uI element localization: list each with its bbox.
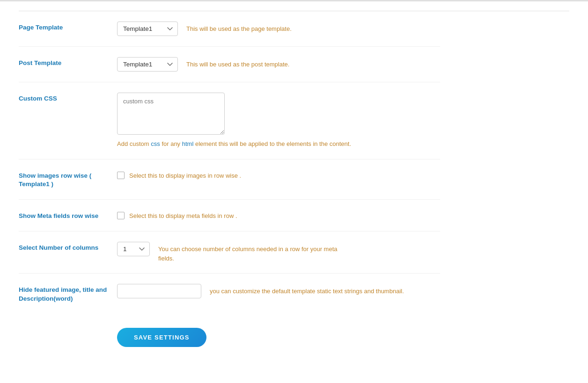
show-images-row: Show images row wise ( Template1 ) Selec…: [19, 159, 440, 200]
page-container: Page Template Template1 Template2 Templa…: [0, 0, 588, 383]
columns-hint: You can choose number of columns needed …: [158, 242, 355, 263]
save-settings-button[interactable]: SAVE SETTINGS: [117, 328, 206, 347]
show-images-checkbox-wrapper: Select this to display images in row wis…: [117, 170, 241, 181]
hide-featured-input[interactable]: [117, 284, 201, 298]
post-template-label: Post Template: [19, 57, 117, 68]
post-template-control: Template1 Template2 Template3 This will …: [117, 57, 440, 72]
settings-form: Page Template Template1 Template2 Templa…: [19, 11, 440, 314]
columns-row: Select Number of columns 1 2 3 4 You can…: [19, 231, 440, 274]
show-meta-checkbox-wrapper: Select this to display meta fields in ro…: [117, 210, 237, 221]
post-template-select[interactable]: Template1 Template2 Template3: [117, 57, 178, 72]
show-meta-checkbox-label: Select this to display meta fields in ro…: [129, 211, 237, 221]
custom-css-textarea[interactable]: [117, 93, 225, 135]
html-link: html: [182, 140, 194, 147]
columns-select[interactable]: 1 2 3 4: [117, 242, 150, 256]
show-meta-row: Show Meta fields row wise Select this to…: [19, 200, 440, 231]
show-meta-label: Show Meta fields row wise: [19, 210, 117, 221]
columns-control: 1 2 3 4 You can choose number of columns…: [117, 242, 440, 263]
custom-css-hint: Add custom css for any html element this…: [117, 139, 351, 149]
columns-label: Select Number of columns: [19, 242, 117, 253]
hide-featured-control: you can customize the default template s…: [117, 284, 440, 298]
show-meta-checkbox[interactable]: [117, 212, 125, 219]
save-button-row: SAVE SETTINGS: [19, 314, 569, 352]
show-images-label: Show images row wise ( Template1 ): [19, 170, 117, 189]
post-template-row: Post Template Template1 Template2 Templa…: [19, 47, 440, 82]
hide-featured-row: Hide featured image, title and Descripti…: [19, 274, 440, 314]
show-images-checkbox[interactable]: [117, 172, 125, 179]
hide-featured-hint: you can customize the default template s…: [210, 284, 404, 296]
post-template-hint: This will be used as the post template.: [186, 57, 289, 69]
page-template-control: Template1 Template2 Template3 This will …: [117, 22, 440, 36]
page-template-select[interactable]: Template1 Template2 Template3: [117, 22, 178, 36]
page-template-label: Page Template: [19, 22, 117, 32]
custom-css-label: Custom CSS: [19, 93, 117, 103]
show-meta-control: Select this to display meta fields in ro…: [117, 210, 440, 221]
hide-featured-label: Hide featured image, title and Descripti…: [19, 284, 117, 304]
css-link: css: [151, 140, 160, 147]
show-images-checkbox-label: Select this to display images in row wis…: [129, 171, 241, 181]
custom-css-row: Custom CSS Add custom css for any html e…: [19, 82, 440, 159]
custom-css-column: Add custom css for any html element this…: [117, 93, 351, 149]
show-images-control: Select this to display images in row wis…: [117, 170, 440, 181]
page-template-hint: This will be used as the page template.: [186, 22, 292, 34]
page-template-row: Page Template Template1 Template2 Templa…: [19, 11, 440, 47]
